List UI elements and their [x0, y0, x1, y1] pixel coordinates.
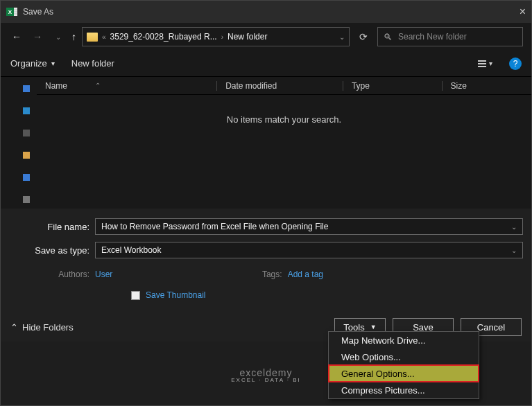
svg-text:X: X: [8, 9, 12, 15]
pc-icon[interactable]: [23, 174, 30, 181]
column-type[interactable]: Type: [343, 81, 442, 91]
toolbar: Organize ▾ New folder ▾ ?: [1, 51, 531, 77]
thumbnail-label: Save Thumbnail: [146, 290, 206, 300]
tags-value[interactable]: Add a tag: [288, 270, 323, 279]
desktop-icon[interactable]: [23, 107, 30, 114]
filename-label: File name:: [9, 222, 89, 232]
chevron-up-icon: ⌃: [10, 322, 18, 333]
tools-menu: Map Network Drive... Web Options... Gene…: [328, 331, 479, 399]
excel-icon: X: [6, 6, 17, 17]
sort-indicator-icon: ⌃: [95, 82, 101, 89]
menu-web-options[interactable]: Web Options...: [329, 348, 479, 365]
chevron-right-icon: ›: [221, 33, 223, 41]
menu-map-network-drive[interactable]: Map Network Drive...: [329, 332, 479, 348]
file-list: Name ⌃ Date modified Type Size No items …: [37, 77, 531, 209]
thumbnail-checkbox[interactable]: [131, 291, 140, 300]
form-area: File name: How to Remove Password from E…: [1, 209, 531, 312]
quick-access-icon[interactable]: [23, 85, 30, 92]
filename-input[interactable]: How to Remove Password from Excel File w…: [95, 218, 523, 235]
address-dropdown[interactable]: ⌄: [339, 33, 345, 41]
column-headers: Name ⌃ Date modified Type Size: [37, 77, 531, 95]
chevron-down-icon: ▾: [489, 60, 492, 67]
tags-label: Tags:: [262, 270, 282, 279]
view-options-button[interactable]: ▾: [478, 60, 492, 67]
downloads-icon[interactable]: [23, 130, 30, 136]
search-icon: 🔍︎: [384, 32, 393, 42]
search-placeholder: Search New folder: [398, 32, 467, 42]
close-button[interactable]: ×: [498, 6, 526, 18]
authors-value[interactable]: User: [95, 270, 112, 279]
documents-icon[interactable]: [23, 152, 30, 159]
up-button[interactable]: ↑: [71, 31, 76, 42]
back-button[interactable]: ←: [9, 31, 24, 42]
forward-button[interactable]: →: [30, 31, 45, 42]
folder-icon: [87, 33, 98, 42]
savetype-label: Save as type:: [9, 245, 89, 256]
nav-sidebar[interactable]: [1, 77, 37, 209]
address-bar[interactable]: « 3529_62-0028_Rubayed R... › New folder…: [82, 27, 350, 46]
chevron-down-icon[interactable]: ⌄: [511, 223, 517, 231]
savetype-select[interactable]: Excel Workbook ⌄: [95, 242, 523, 258]
window-title: Save As: [23, 7, 498, 17]
network-icon[interactable]: [23, 196, 30, 203]
column-date[interactable]: Date modified: [216, 81, 343, 91]
chevron-icon: «: [102, 33, 106, 41]
navigation-bar: ← → ⌄ ↑ « 3529_62-0028_Rubayed R... › Ne…: [1, 23, 531, 51]
search-input[interactable]: 🔍︎ Search New folder: [377, 27, 523, 46]
column-size[interactable]: Size: [442, 81, 532, 91]
breadcrumb-part[interactable]: 3529_62-0028_Rubayed R...: [110, 32, 217, 42]
hide-folders-button[interactable]: ⌃ Hide Folders: [10, 322, 74, 333]
breadcrumb-part[interactable]: New folder: [228, 32, 267, 42]
menu-compress-pictures[interactable]: Compress Pictures...: [329, 382, 479, 398]
chevron-down-icon: ▾: [51, 60, 55, 67]
list-view-icon: [478, 60, 486, 67]
column-name[interactable]: Name ⌃: [37, 81, 216, 91]
recent-dropdown[interactable]: ⌄: [51, 33, 66, 41]
chevron-down-icon[interactable]: ⌄: [511, 247, 517, 254]
content-area: Name ⌃ Date modified Type Size No items …: [1, 77, 531, 209]
menu-general-options[interactable]: General Options...: [329, 365, 479, 382]
help-button[interactable]: ?: [509, 58, 522, 70]
chevron-down-icon: ▼: [370, 324, 377, 330]
new-folder-button[interactable]: New folder: [71, 58, 114, 69]
titlebar: X Save As ×: [1, 1, 531, 23]
empty-message: No items match your search.: [37, 95, 531, 144]
refresh-button[interactable]: ⟳: [355, 31, 372, 42]
authors-label: Authors:: [9, 270, 89, 279]
organize-button[interactable]: Organize ▾: [10, 58, 55, 69]
